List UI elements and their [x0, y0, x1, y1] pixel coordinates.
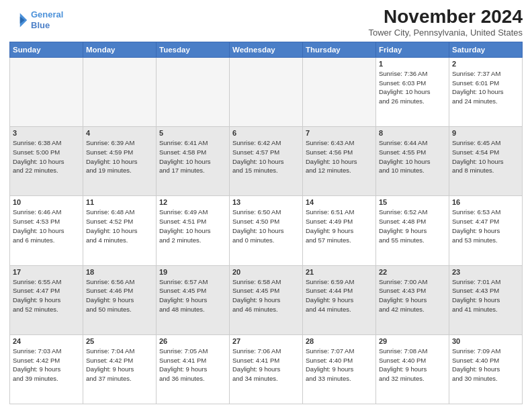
calendar-cell: 9Sunrise: 6:45 AMSunset: 4:54 PMDaylight…	[449, 127, 523, 196]
day-info: Sunrise: 6:55 AMSunset: 4:47 PMDaylight:…	[13, 277, 80, 314]
day-info: Sunrise: 6:46 AMSunset: 4:53 PMDaylight:…	[13, 208, 80, 244]
calendar-weekday-saturday: Saturday	[449, 42, 523, 57]
day-number: 25	[86, 337, 153, 345]
day-number: 15	[379, 198, 446, 206]
day-number: 22	[379, 268, 446, 276]
day-info: Sunrise: 6:57 AMSunset: 4:45 PMDaylight:…	[159, 277, 226, 314]
day-info: Sunrise: 7:08 AMSunset: 4:40 PMDaylight:…	[379, 347, 446, 383]
day-info: Sunrise: 7:06 AMSunset: 4:41 PMDaylight:…	[232, 347, 300, 383]
calendar-cell: 20Sunrise: 6:58 AMSunset: 4:45 PMDayligh…	[230, 265, 303, 334]
day-number: 27	[232, 337, 300, 345]
logo: General Blue	[9, 9, 63, 30]
calendar-cell: 12Sunrise: 6:49 AMSunset: 4:51 PMDayligh…	[157, 196, 230, 265]
calendar-cell: 29Sunrise: 7:08 AMSunset: 4:40 PMDayligh…	[376, 334, 449, 404]
day-info: Sunrise: 6:52 AMSunset: 4:48 PMDaylight:…	[379, 208, 446, 244]
page: General Blue November 2024 Tower City, P…	[0, 0, 532, 411]
day-number: 30	[452, 337, 519, 345]
calendar-row-2: 10Sunrise: 6:46 AMSunset: 4:53 PMDayligh…	[10, 196, 523, 265]
day-info: Sunrise: 7:00 AMSunset: 4:43 PMDaylight:…	[379, 277, 446, 314]
calendar-cell	[157, 57, 230, 126]
day-number: 9	[452, 129, 519, 137]
day-info: Sunrise: 6:41 AMSunset: 4:58 PMDaylight:…	[159, 138, 226, 175]
day-info: Sunrise: 7:36 AMSunset: 6:03 PMDaylight:…	[379, 69, 446, 106]
calendar-cell: 5Sunrise: 6:41 AMSunset: 4:58 PMDaylight…	[157, 127, 230, 196]
day-info: Sunrise: 6:42 AMSunset: 4:57 PMDaylight:…	[232, 138, 300, 175]
title-block: November 2024 Tower City, Pennsylvania, …	[368, 7, 523, 38]
day-info: Sunrise: 6:43 AMSunset: 4:56 PMDaylight:…	[306, 138, 373, 175]
calendar-cell: 18Sunrise: 6:56 AMSunset: 4:46 PMDayligh…	[83, 265, 157, 334]
day-info: Sunrise: 6:38 AMSunset: 5:00 PMDaylight:…	[13, 138, 80, 175]
month-title: November 2024	[368, 7, 523, 28]
day-number: 2	[452, 60, 519, 68]
logo-icon	[9, 11, 28, 30]
day-info: Sunrise: 6:48 AMSunset: 4:52 PMDaylight:…	[86, 208, 153, 244]
calendar-cell: 4Sunrise: 6:39 AMSunset: 4:59 PMDaylight…	[83, 127, 157, 196]
day-info: Sunrise: 6:51 AMSunset: 4:49 PMDaylight:…	[306, 208, 373, 244]
day-number: 5	[159, 129, 226, 137]
day-info: Sunrise: 6:44 AMSunset: 4:55 PMDaylight:…	[379, 138, 446, 175]
calendar-cell: 3Sunrise: 6:38 AMSunset: 5:00 PMDaylight…	[10, 127, 83, 196]
calendar-cell: 30Sunrise: 7:09 AMSunset: 4:40 PMDayligh…	[449, 334, 523, 404]
calendar-weekday-thursday: Thursday	[303, 42, 376, 57]
calendar-cell: 2Sunrise: 7:37 AMSunset: 6:01 PMDaylight…	[449, 57, 523, 126]
day-number: 8	[379, 129, 446, 137]
calendar-cell: 25Sunrise: 7:04 AMSunset: 4:42 PMDayligh…	[83, 334, 157, 404]
day-info: Sunrise: 6:49 AMSunset: 4:51 PMDaylight:…	[159, 208, 226, 244]
day-number: 20	[232, 268, 300, 276]
day-number: 18	[86, 268, 153, 276]
day-number: 19	[159, 268, 226, 276]
day-info: Sunrise: 7:07 AMSunset: 4:40 PMDaylight:…	[306, 347, 373, 383]
day-info: Sunrise: 6:53 AMSunset: 4:47 PMDaylight:…	[452, 208, 519, 244]
calendar-cell: 24Sunrise: 7:03 AMSunset: 4:42 PMDayligh…	[10, 334, 83, 404]
day-info: Sunrise: 7:03 AMSunset: 4:42 PMDaylight:…	[13, 347, 80, 383]
calendar-cell: 17Sunrise: 6:55 AMSunset: 4:47 PMDayligh…	[10, 265, 83, 334]
calendar-cell: 6Sunrise: 6:42 AMSunset: 4:57 PMDaylight…	[230, 127, 303, 196]
day-number: 4	[86, 129, 153, 137]
calendar-cell: 23Sunrise: 7:01 AMSunset: 4:43 PMDayligh…	[449, 265, 523, 334]
day-info: Sunrise: 7:05 AMSunset: 4:41 PMDaylight:…	[159, 347, 226, 383]
calendar-cell	[230, 57, 303, 126]
day-number: 6	[232, 129, 300, 137]
calendar-cell: 22Sunrise: 7:00 AMSunset: 4:43 PMDayligh…	[376, 265, 449, 334]
calendar-cell: 19Sunrise: 6:57 AMSunset: 4:45 PMDayligh…	[157, 265, 230, 334]
calendar-cell: 1Sunrise: 7:36 AMSunset: 6:03 PMDaylight…	[376, 57, 449, 126]
calendar-cell: 7Sunrise: 6:43 AMSunset: 4:56 PMDaylight…	[303, 127, 376, 196]
calendar-cell: 21Sunrise: 6:59 AMSunset: 4:44 PMDayligh…	[303, 265, 376, 334]
location: Tower City, Pennsylvania, United States	[368, 28, 523, 38]
calendar-cell: 14Sunrise: 6:51 AMSunset: 4:49 PMDayligh…	[303, 196, 376, 265]
day-info: Sunrise: 6:58 AMSunset: 4:45 PMDaylight:…	[232, 277, 300, 314]
day-number: 7	[306, 129, 373, 137]
day-number: 14	[306, 198, 373, 206]
calendar-cell: 15Sunrise: 6:52 AMSunset: 4:48 PMDayligh…	[376, 196, 449, 265]
calendar-header-row: SundayMondayTuesdayWednesdayThursdayFrid…	[10, 42, 523, 57]
day-number: 16	[452, 198, 519, 206]
calendar-cell: 10Sunrise: 6:46 AMSunset: 4:53 PMDayligh…	[10, 196, 83, 265]
day-info: Sunrise: 7:01 AMSunset: 4:43 PMDaylight:…	[452, 277, 519, 314]
calendar-row-1: 3Sunrise: 6:38 AMSunset: 5:00 PMDaylight…	[10, 127, 523, 196]
calendar-weekday-monday: Monday	[83, 42, 157, 57]
header: General Blue November 2024 Tower City, P…	[9, 7, 523, 38]
day-number: 3	[13, 129, 80, 137]
logo-blue: Blue	[31, 20, 50, 30]
calendar-cell	[303, 57, 376, 126]
calendar-cell	[10, 57, 83, 126]
day-number: 28	[306, 337, 373, 345]
day-number: 21	[306, 268, 373, 276]
day-info: Sunrise: 7:37 AMSunset: 6:01 PMDaylight:…	[452, 69, 519, 106]
day-number: 1	[379, 60, 446, 68]
calendar-cell: 27Sunrise: 7:06 AMSunset: 4:41 PMDayligh…	[230, 334, 303, 404]
day-info: Sunrise: 6:50 AMSunset: 4:50 PMDaylight:…	[232, 208, 300, 244]
calendar-cell	[83, 57, 157, 126]
calendar-row-0: 1Sunrise: 7:36 AMSunset: 6:03 PMDaylight…	[10, 57, 523, 126]
calendar-row-3: 17Sunrise: 6:55 AMSunset: 4:47 PMDayligh…	[10, 265, 523, 334]
day-number: 29	[379, 337, 446, 345]
calendar-cell: 28Sunrise: 7:07 AMSunset: 4:40 PMDayligh…	[303, 334, 376, 404]
calendar-cell: 13Sunrise: 6:50 AMSunset: 4:50 PMDayligh…	[230, 196, 303, 265]
calendar-cell: 11Sunrise: 6:48 AMSunset: 4:52 PMDayligh…	[83, 196, 157, 265]
day-info: Sunrise: 7:04 AMSunset: 4:42 PMDaylight:…	[86, 347, 153, 383]
calendar-cell: 26Sunrise: 7:05 AMSunset: 4:41 PMDayligh…	[157, 334, 230, 404]
calendar-cell: 16Sunrise: 6:53 AMSunset: 4:47 PMDayligh…	[449, 196, 523, 265]
calendar-table: SundayMondayTuesdayWednesdayThursdayFrid…	[9, 42, 523, 404]
calendar-row-4: 24Sunrise: 7:03 AMSunset: 4:42 PMDayligh…	[10, 334, 523, 404]
day-number: 23	[452, 268, 519, 276]
